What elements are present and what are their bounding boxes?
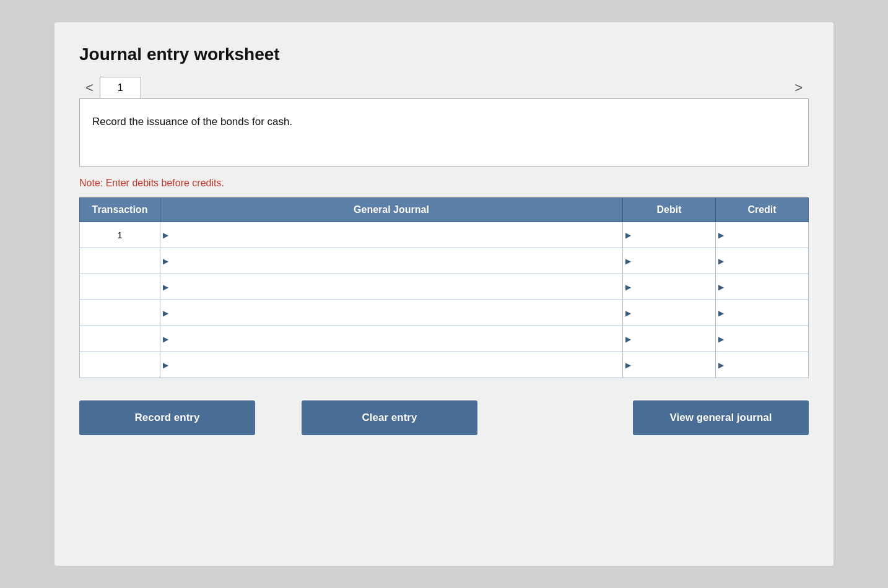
credit-input-4[interactable]: [716, 326, 808, 352]
credit-cell-4[interactable]: ▶: [716, 326, 809, 352]
journal-input-1[interactable]: [160, 248, 622, 274]
journal-input-2[interactable]: [160, 274, 622, 300]
transaction-cell-4: [80, 326, 160, 352]
header-general-journal: General Journal: [160, 198, 623, 222]
transaction-cell-3: [80, 300, 160, 326]
next-arrow[interactable]: >: [788, 77, 809, 98]
credit-input-2[interactable]: [716, 274, 808, 300]
journal-table: Transaction General Journal Debit Credit…: [79, 197, 809, 378]
tab-navigation: < 1 >: [79, 77, 809, 98]
credit-input-5[interactable]: [716, 352, 808, 378]
debit-cell-2[interactable]: ▶: [623, 274, 716, 300]
journal-cell-2[interactable]: ▶: [160, 274, 623, 300]
debit-cell-0[interactable]: ▶: [623, 222, 716, 248]
journal-cell-0[interactable]: ▶: [160, 222, 623, 248]
transaction-cell-0: 1: [80, 222, 160, 248]
instruction-text: Record the issuance of the bonds for cas…: [92, 116, 292, 128]
debit-cell-4[interactable]: ▶: [623, 326, 716, 352]
credit-input-3[interactable]: [716, 300, 808, 326]
debit-cell-1[interactable]: ▶: [623, 248, 716, 274]
clear-entry-button[interactable]: Clear entry: [302, 400, 477, 435]
journal-cell-1[interactable]: ▶: [160, 248, 623, 274]
credit-cell-5[interactable]: ▶: [716, 352, 809, 378]
debit-input-3[interactable]: [623, 300, 715, 326]
journal-cell-3[interactable]: ▶: [160, 300, 623, 326]
transaction-cell-2: [80, 274, 160, 300]
debit-input-2[interactable]: [623, 274, 715, 300]
debit-input-5[interactable]: [623, 352, 715, 378]
journal-input-0[interactable]: [160, 222, 622, 248]
credit-cell-1[interactable]: ▶: [716, 248, 809, 274]
page-title: Journal entry worksheet: [79, 45, 809, 64]
header-transaction: Transaction: [80, 198, 160, 222]
debit-input-0[interactable]: [623, 222, 715, 248]
debit-cell-3[interactable]: ▶: [623, 300, 716, 326]
record-entry-button[interactable]: Record entry: [79, 400, 255, 435]
journal-input-4[interactable]: [160, 326, 622, 352]
header-credit: Credit: [716, 198, 809, 222]
instruction-box: Record the issuance of the bonds for cas…: [79, 98, 809, 166]
prev-arrow[interactable]: <: [79, 77, 100, 98]
transaction-cell-1: [80, 248, 160, 274]
transaction-cell-5: [80, 352, 160, 378]
credit-cell-3[interactable]: ▶: [716, 300, 809, 326]
credit-cell-0[interactable]: ▶: [716, 222, 809, 248]
view-general-journal-button[interactable]: View general journal: [633, 400, 809, 435]
debit-cell-5[interactable]: ▶: [623, 352, 716, 378]
action-buttons: Record entry Clear entry View general jo…: [79, 400, 809, 435]
journal-cell-4[interactable]: ▶: [160, 326, 623, 352]
tab-1[interactable]: 1: [100, 77, 141, 98]
note-text: Note: Enter debits before credits.: [79, 178, 809, 189]
debit-input-1[interactable]: [623, 248, 715, 274]
worksheet-container: Journal entry worksheet < 1 > Record the…: [54, 22, 834, 566]
journal-cell-5[interactable]: ▶: [160, 352, 623, 378]
credit-input-0[interactable]: [716, 222, 808, 248]
header-debit: Debit: [623, 198, 716, 222]
credit-input-1[interactable]: [716, 248, 808, 274]
journal-input-5[interactable]: [160, 352, 622, 378]
journal-input-3[interactable]: [160, 300, 622, 326]
credit-cell-2[interactable]: ▶: [716, 274, 809, 300]
debit-input-4[interactable]: [623, 326, 715, 352]
